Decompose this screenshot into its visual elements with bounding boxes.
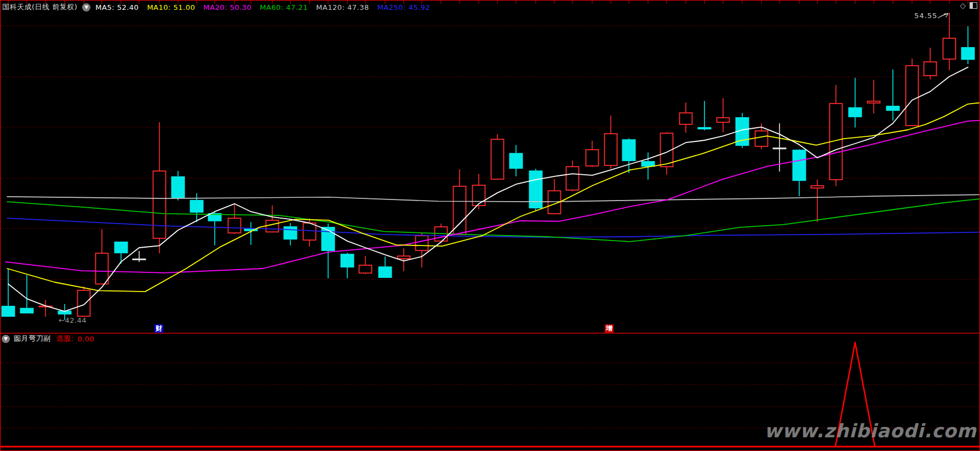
candle-body — [473, 185, 485, 205]
candle-body — [266, 220, 279, 232]
ma-legend-item: MA10: 51.00 — [147, 3, 195, 12]
candle-body — [341, 254, 354, 267]
candle-body — [924, 62, 937, 76]
candle-body — [566, 167, 579, 190]
candle-body — [773, 147, 787, 149]
candle-body — [717, 118, 730, 122]
candle-body — [96, 253, 108, 284]
window-controls: ◇ — [960, 2, 977, 9]
candle-body — [605, 134, 617, 165]
candle-body — [586, 150, 599, 166]
indicator-value: 0.00 — [77, 335, 94, 343]
candle-body — [133, 259, 146, 260]
candle-body — [454, 186, 466, 235]
candle-body — [153, 171, 166, 238]
candle-body — [622, 139, 636, 161]
candle-body — [529, 170, 543, 208]
window-border — [1, 1, 980, 451]
chevron-down-icon[interactable]: ▼ — [2, 335, 10, 343]
split-window-icon[interactable] — [970, 2, 977, 9]
candle-body — [943, 38, 956, 59]
candle-body — [416, 236, 428, 250]
title-bar: 国科天成(日线 前复权) ▼ MA5: 52.40MA10: 51.00MA20… — [0, 0, 438, 14]
symbol-title: 国科天成(日线 前复权) — [2, 2, 77, 12]
candle-body — [680, 113, 692, 124]
candle-body — [509, 153, 523, 169]
candle-body — [171, 176, 185, 198]
candle-body — [228, 218, 241, 233]
chevron-down-icon[interactable]: ▼ — [82, 3, 90, 12]
ma-legend-item: MA20: 50.30 — [203, 3, 251, 12]
watermark: www.zhibiaodi.com — [764, 420, 977, 442]
candle-body — [114, 242, 128, 253]
candle-body — [379, 266, 392, 278]
high-price-label: 54.55 — [914, 12, 937, 20]
candle-body — [20, 308, 34, 313]
candle-body — [868, 101, 880, 103]
candle-body — [849, 107, 862, 117]
sub-panel-header: ▼ 圆月弯刀副 选股: 0.00 — [2, 334, 94, 344]
candle-body — [793, 150, 806, 181]
ma-legend-item: MA5: 52.40 — [95, 3, 139, 12]
candle-body — [755, 131, 768, 146]
candle-body — [284, 226, 297, 239]
candle-body — [961, 47, 975, 60]
low-price-label: ←42.44 — [59, 316, 87, 324]
ma-legend-item: MA250: 45.92 — [377, 3, 431, 12]
event-marker[interactable]: 财 — [154, 324, 163, 333]
event-marker[interactable]: 增 — [605, 324, 614, 333]
ma-line-ma5 — [8, 67, 968, 312]
candle-body — [359, 265, 372, 273]
ma-legend-item: MA60: 47.21 — [260, 3, 308, 12]
ma-legend: MA5: 52.40MA10: 51.00MA20: 50.30MA60: 47… — [95, 3, 438, 12]
diamond-icon[interactable]: ◇ — [960, 2, 966, 9]
candle-body — [78, 290, 90, 316]
candle-body — [491, 139, 504, 179]
sub-panel-title: 圆月弯刀副 — [14, 334, 51, 344]
candle-body — [698, 127, 712, 129]
indicator-label: 选股: — [56, 334, 74, 344]
candle-body — [886, 106, 900, 111]
ma-legend-item: MA120: 47.38 — [316, 3, 369, 12]
app-window: 国科天成(日线 前复权) ▼ MA5: 52.40MA10: 51.00MA20… — [0, 0, 980, 451]
candlestick-chart-canvas[interactable] — [0, 0, 980, 451]
candle-body — [190, 200, 204, 213]
candle-body — [398, 256, 410, 259]
candle-body — [2, 306, 15, 317]
candle-body — [303, 223, 316, 240]
candle-body — [811, 186, 824, 188]
candle-body — [906, 66, 919, 125]
